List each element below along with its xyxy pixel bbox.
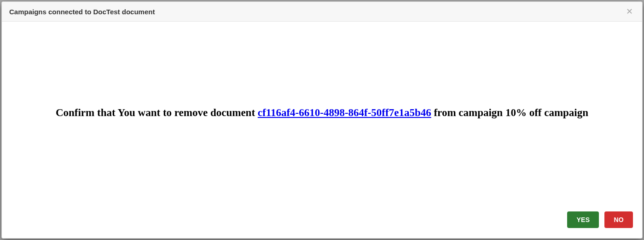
document-id-link[interactable]: cf116af4-6610-4898-864f-50ff7e1a5b46 (258, 107, 431, 118)
dialog-header: Campaigns connected to DocTest document … (2, 2, 642, 22)
dialog-footer: YES NO (2, 204, 642, 238)
campaign-name: 10% off campaign (505, 107, 588, 118)
confirm-middle: from campaign (431, 107, 505, 118)
dialog-title: Campaigns connected to DocTest document (9, 8, 155, 16)
no-button[interactable]: NO (604, 211, 633, 228)
confirm-prefix: Confirm that You want to remove document (56, 107, 258, 118)
close-button[interactable]: ✕ (624, 7, 635, 16)
confirm-dialog: Campaigns connected to DocTest document … (1, 1, 643, 239)
confirm-message: Confirm that You want to remove document… (56, 105, 588, 120)
close-icon: ✕ (626, 7, 633, 16)
dialog-body: Confirm that You want to remove document… (2, 22, 642, 204)
yes-button[interactable]: YES (567, 211, 599, 228)
